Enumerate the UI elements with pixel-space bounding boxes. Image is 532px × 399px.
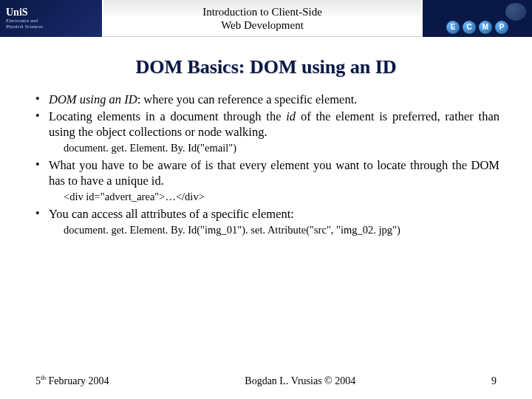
header-badges: E C M P bbox=[421, 0, 532, 37]
bullet-1-term: DOM using an ID bbox=[49, 92, 137, 106]
dept-line-2: Physical Sciences bbox=[6, 24, 102, 30]
header-logo-block: UniS Electronics and Physical Sciences bbox=[0, 0, 103, 37]
slide-body: DOM using an ID: where you can reference… bbox=[0, 78, 532, 236]
header-title-line2: Web Development bbox=[221, 19, 304, 31]
header-title: Introduction to Client-Side Web Developm… bbox=[103, 5, 421, 32]
bullet-3: What you have to be aware of is that eve… bbox=[33, 157, 499, 188]
footer-date-day: 5 bbox=[35, 375, 41, 386]
footer-date: 5th February 2004 bbox=[35, 374, 109, 387]
footer-date-suffix: th bbox=[41, 374, 46, 381]
bullet-2-id: id bbox=[286, 109, 296, 123]
slide-footer: 5th February 2004 Bogdan L. Vrusias © 20… bbox=[0, 374, 532, 387]
badge-e: E bbox=[446, 21, 460, 34]
code-snippet-2: <div id="advert_area">…</div> bbox=[33, 190, 499, 204]
footer-author: Bogdan L. Vrusias © 2004 bbox=[245, 375, 355, 387]
badge-c: C bbox=[463, 21, 476, 34]
code-snippet-1: document. get. Element. By. Id("email") bbox=[33, 141, 499, 155]
slide-title: DOM Basics: DOM using an ID bbox=[0, 56, 532, 78]
code-snippet-3: document. get. Element. By. Id("img_01")… bbox=[33, 223, 499, 237]
bullet-2: Locating elements in a document through … bbox=[33, 109, 499, 140]
bullet-1: DOM using an ID: where you can reference… bbox=[33, 92, 499, 107]
footer-date-rest: February 2004 bbox=[46, 375, 109, 386]
slide-header: UniS Electronics and Physical Sciences I… bbox=[0, 0, 532, 37]
footer-page-number: 9 bbox=[491, 375, 497, 387]
badge-m: M bbox=[479, 21, 492, 34]
bullet-1-rest: : where you can reference a specific ele… bbox=[137, 92, 358, 106]
bullet-4: You can access all attributes of a speci… bbox=[33, 206, 499, 222]
bullet-2-part-a: Locating elements in a document through … bbox=[49, 109, 286, 123]
badge-p: P bbox=[495, 21, 508, 34]
header-title-line1: Introduction to Client-Side bbox=[202, 6, 322, 18]
university-logo-text: UniS bbox=[6, 7, 102, 18]
